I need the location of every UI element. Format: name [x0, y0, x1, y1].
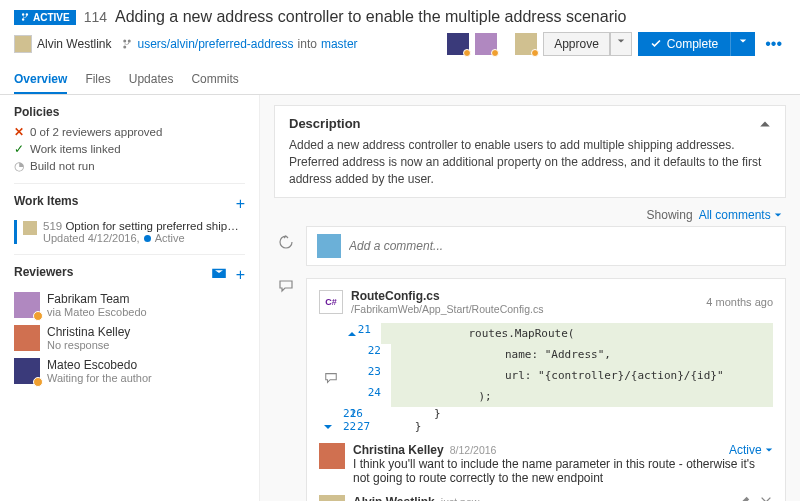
check-icon	[650, 38, 662, 50]
workitem-row[interactable]: 519 Option for setting preferred shippin…	[14, 220, 245, 244]
reviewer-row[interactable]: Christina KelleyNo response	[14, 325, 245, 351]
add-workitem-button[interactable]: +	[236, 195, 245, 213]
check-icon: ✓	[14, 142, 24, 156]
comment-date: 8/12/2016	[450, 444, 497, 456]
policy-build: ◔Build not run	[14, 159, 245, 173]
approve-button[interactable]: Approve	[543, 32, 632, 56]
comment-filter: Showing All comments	[260, 208, 800, 226]
my-avatar[interactable]	[515, 33, 537, 55]
policy-workitems: ✓Work items linked	[14, 142, 245, 156]
code-snippet: 21 routes.MapRoute( 22 name: "Address", …	[319, 323, 773, 433]
author-chip[interactable]: Alvin Westlink	[14, 35, 111, 53]
branch-icon	[20, 12, 30, 22]
comment-thread-icon[interactable]	[278, 278, 294, 294]
reviewer-row[interactable]: Fabrikam Teamvia Mateo Escobedo	[14, 292, 245, 318]
avatar	[23, 221, 37, 235]
comment-row: Alvin Westlink just now wow, good catch …	[319, 495, 773, 501]
tab-overview[interactable]: Overview	[14, 66, 67, 94]
target-branch-link[interactable]: master	[321, 37, 358, 51]
comment-input[interactable]	[349, 239, 775, 253]
avatar	[14, 35, 32, 53]
comment-date: just now	[441, 496, 480, 501]
avatar	[317, 234, 341, 258]
mail-icon[interactable]	[212, 266, 226, 284]
pr-id: 114	[84, 9, 107, 25]
clock-icon: ◔	[14, 159, 24, 173]
policy-reviewers: ✕0 of 2 reviewers approved	[14, 125, 245, 139]
edit-icon[interactable]	[737, 495, 751, 501]
comment-icon[interactable]	[324, 371, 338, 385]
avatar	[14, 325, 40, 351]
file-path: /FabrikamWeb/App_Start/RouteConfig.cs	[351, 303, 698, 315]
delete-icon[interactable]	[759, 495, 773, 501]
x-icon: ✕	[14, 125, 24, 139]
comment-author: Alvin Westlink	[353, 495, 435, 501]
comment-status-dropdown[interactable]: Active	[729, 443, 773, 457]
description-heading: Description	[289, 116, 361, 131]
chevron-down-icon[interactable]	[730, 32, 755, 56]
tab-files[interactable]: Files	[85, 66, 110, 94]
avatar	[14, 292, 40, 318]
avatar	[319, 443, 345, 469]
comment-row: Christina Kelley 8/12/2016 Active I thin…	[319, 443, 773, 485]
file-timestamp: 4 months ago	[706, 296, 773, 308]
source-branch-link[interactable]: users/alvin/preferred-address	[137, 37, 293, 51]
workitems-heading: Work Items	[14, 194, 78, 208]
comment-body: I think you'll want to include the name …	[353, 457, 773, 485]
status-badge: ACTIVE	[14, 10, 76, 25]
chevron-down-icon[interactable]	[610, 32, 632, 56]
avatar	[14, 358, 40, 384]
reviewer-row[interactable]: Mateo EscobedoWaiting for the author	[14, 358, 245, 384]
reviewer-avatar[interactable]	[475, 33, 497, 55]
complete-button[interactable]: Complete	[638, 32, 755, 56]
expand-down-icon[interactable]: 22	[319, 420, 356, 433]
update-icon[interactable]	[278, 234, 294, 250]
reviewer-avatar[interactable]	[447, 33, 469, 55]
tab-commits[interactable]: Commits	[191, 66, 238, 94]
comment-filter-link[interactable]: All comments	[699, 208, 782, 222]
reviewers-heading: Reviewers	[14, 265, 73, 279]
description-body: Added a new address controller to enable…	[289, 137, 771, 187]
file-name[interactable]: RouteConfig.cs	[351, 289, 698, 303]
add-comment-box[interactable]	[306, 226, 786, 266]
add-reviewer-button[interactable]: +	[236, 266, 245, 284]
branch-icon	[121, 38, 133, 50]
branch-info: users/alvin/preferred-address into maste…	[121, 37, 357, 51]
policies-heading: Policies	[14, 105, 245, 119]
expand-up-icon[interactable]	[343, 323, 357, 344]
collapse-button[interactable]	[759, 118, 771, 130]
tab-updates[interactable]: Updates	[129, 66, 174, 94]
more-actions-button[interactable]: •••	[761, 35, 786, 53]
comment-author: Christina Kelley	[353, 443, 444, 457]
csharp-file-icon: C#	[319, 290, 343, 314]
pr-title: Adding a new address controller to enabl…	[115, 8, 626, 26]
avatar	[319, 495, 345, 501]
